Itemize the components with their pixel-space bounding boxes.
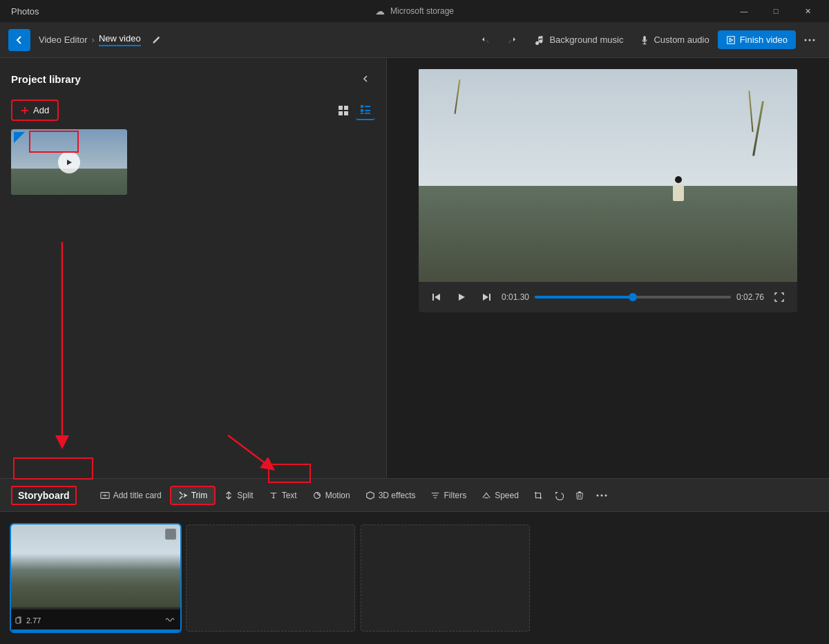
svg-rect-10 <box>365 110 370 111</box>
effects-3d-label: 3D effects <box>379 491 416 500</box>
motion-button[interactable]: Motion <box>305 487 357 504</box>
video-controls: 0:01.30 0:02.76 <box>419 282 797 312</box>
svg-point-22 <box>600 494 602 496</box>
undo-button[interactable] <box>476 29 498 51</box>
filters-button[interactable]: Filters <box>423 487 473 504</box>
timeline-progress-1 <box>11 629 180 632</box>
3d-effects-button[interactable]: 3D effects <box>359 487 423 504</box>
svg-rect-3 <box>339 106 343 110</box>
grid-view-button[interactable] <box>334 101 353 120</box>
svg-rect-11 <box>361 113 363 114</box>
svg-point-0 <box>805 39 807 41</box>
video-scene <box>419 69 797 282</box>
maximize-button[interactable]: □ <box>760 0 792 22</box>
crop-icon[interactable] <box>528 486 548 505</box>
svg-rect-12 <box>365 113 370 114</box>
title-bar-controls: — □ ✕ <box>728 0 823 22</box>
storyboard: Storyboard Add title card Trim Split <box>0 478 829 644</box>
storyboard-title: Storyboard <box>11 486 77 505</box>
svg-rect-6 <box>344 111 348 115</box>
redo-button[interactable] <box>499 29 522 51</box>
media-item[interactable] <box>11 129 127 195</box>
panel-collapse-button[interactable] <box>356 69 375 88</box>
speed-button[interactable]: Speed <box>475 487 526 504</box>
back-button[interactable] <box>8 29 30 51</box>
breadcrumb: Video Editor › New video <box>39 33 141 46</box>
timeline-empty-slot-2 <box>186 524 355 632</box>
svg-point-21 <box>596 494 598 496</box>
time-total: 0:02.76 <box>736 292 764 302</box>
add-title-card-label: Add title card <box>113 491 162 500</box>
app-name: Photos <box>11 6 39 17</box>
timeline-footer-1: 2.77 <box>11 609 180 632</box>
finish-video-button[interactable]: Finish video <box>718 30 796 49</box>
svg-point-2 <box>813 39 815 41</box>
breadcrumb-parent[interactable]: Video Editor <box>39 35 88 45</box>
svg-marker-17 <box>483 294 488 301</box>
progress-bar[interactable] <box>535 296 731 299</box>
toolbar: Video Editor › New video Background musi… <box>0 22 829 58</box>
progress-thumb[interactable] <box>629 293 637 301</box>
filters-label: Filters <box>444 491 466 500</box>
add-button[interactable]: Add <box>11 100 59 121</box>
svg-point-1 <box>809 39 811 41</box>
delete-icon[interactable] <box>570 486 589 505</box>
split-button[interactable]: Split <box>217 487 260 504</box>
breadcrumb-separator: › <box>92 35 95 45</box>
panel-title: Project library <box>11 73 81 85</box>
svg-rect-5 <box>339 111 343 115</box>
list-view-button[interactable] <box>356 101 375 120</box>
fast-forward-button[interactable] <box>477 287 496 307</box>
timeline-item-1[interactable]: 2.77 <box>11 524 180 632</box>
background-music-button[interactable]: Background music <box>527 30 631 49</box>
fullscreen-button[interactable] <box>770 287 789 307</box>
svg-rect-8 <box>365 106 370 107</box>
trim-label: Trim <box>191 491 208 500</box>
timeline-checkbox-1[interactable] <box>165 529 176 540</box>
storyboard-actions: Add title card Trim Split Text <box>93 484 613 506</box>
storage-label: Microsoft storage <box>390 6 454 16</box>
toolbar-more-button[interactable] <box>799 29 821 51</box>
svg-rect-24 <box>16 618 20 623</box>
motion-label: Motion <box>325 491 350 500</box>
text-button[interactable]: Text <box>262 487 304 504</box>
timeline-empty-slot-3 <box>361 524 530 632</box>
storyboard-content: 2.77 <box>0 512 829 644</box>
add-title-card-button[interactable]: Add title card <box>93 487 169 504</box>
time-current: 0:01.30 <box>502 292 529 302</box>
panel-header: Project library <box>11 69 375 88</box>
main-content: Project library Add <box>0 58 829 478</box>
title-bar: Photos ☁ Microsoft storage — □ ✕ <box>0 0 829 22</box>
minimize-button[interactable]: — <box>728 0 760 22</box>
rewind-button[interactable] <box>427 287 446 307</box>
pencil-icon[interactable] <box>146 30 166 50</box>
timeline-duration-1: 2.77 <box>26 616 41 625</box>
custom-audio-label: Custom audio <box>654 35 709 45</box>
left-panel: Project library Add <box>0 58 387 478</box>
right-panel: 0:01.30 0:02.76 <box>387 58 829 478</box>
finish-video-label: Finish video <box>740 35 788 45</box>
svg-point-23 <box>604 494 607 496</box>
svg-marker-13 <box>67 160 72 165</box>
undo-redo-group <box>476 29 522 51</box>
split-label: Split <box>237 491 253 500</box>
title-bar-left: Photos <box>6 6 39 17</box>
breadcrumb-current: New video <box>99 33 141 46</box>
svg-marker-15 <box>435 294 440 301</box>
svg-rect-9 <box>361 109 363 112</box>
rotate-icon[interactable] <box>549 486 569 505</box>
play-pause-button[interactable] <box>452 287 471 307</box>
storyboard-header: Storyboard Add title card Trim Split <box>0 479 829 512</box>
speed-label: Speed <box>495 491 519 500</box>
timeline-thumb-1 <box>11 524 180 607</box>
text-label: Text <box>282 491 297 500</box>
play-overlay-button[interactable] <box>58 151 80 173</box>
progress-fill <box>535 296 633 299</box>
close-button[interactable]: ✕ <box>792 0 823 22</box>
trim-button[interactable]: Trim <box>170 486 216 505</box>
library-controls: Add <box>11 100 375 121</box>
svg-rect-14 <box>432 294 434 301</box>
view-toggle <box>334 101 375 120</box>
custom-audio-button[interactable]: Custom audio <box>631 30 717 49</box>
storyboard-more-button[interactable] <box>591 484 613 506</box>
